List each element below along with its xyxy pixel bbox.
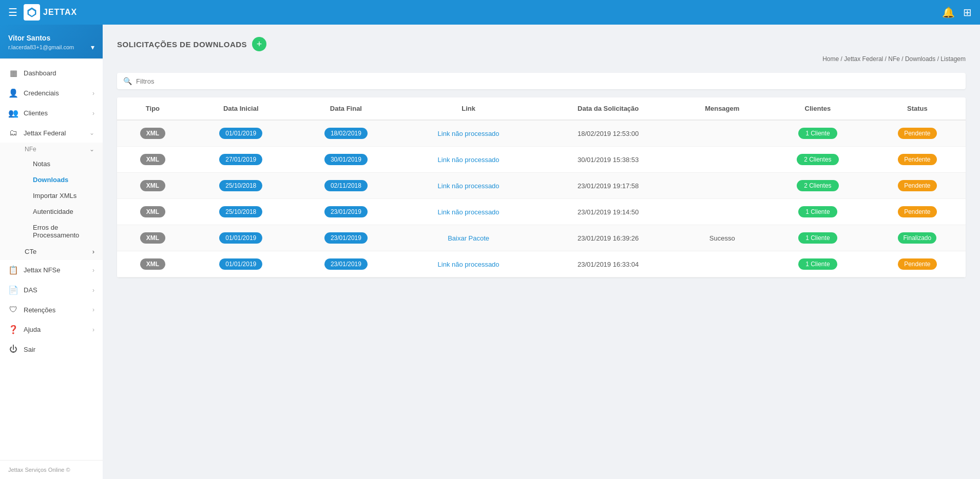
date-final-badge: 23/01/2019	[324, 206, 368, 217]
sidebar-item-label: Clientes	[24, 109, 48, 117]
clientes-badge: 1 Cliente	[798, 232, 837, 244]
status-badge: Pendente	[898, 258, 936, 270]
cell-tipo: XML	[117, 147, 188, 173]
sidebar-item-retencoes[interactable]: 🛡 Retenções ›	[0, 300, 103, 320]
sidebar-profile: Vitor Santos r.lacerda83+1@gmail.com ▾	[0, 25, 103, 59]
clientes-icon: 👥	[8, 108, 18, 118]
topbar-right: 🔔 ⊞	[942, 6, 972, 18]
ajuda-icon: ❓	[8, 325, 18, 334]
cell-data-final: 23/01/2019	[294, 225, 399, 251]
table-row: XML 01/01/2019 23/01/2019 Baixar Pacote …	[117, 225, 966, 251]
table-row: XML 25/10/2018 02/11/2018 Link não proce…	[117, 173, 966, 199]
nfse-icon: 📋	[8, 265, 18, 275]
sidebar-item-notas[interactable]: Notas	[0, 156, 103, 172]
sidebar-item-ajuda[interactable]: ❓ Ajuda ›	[0, 320, 103, 340]
cell-clientes: 1 Cliente	[766, 251, 869, 277]
profile-dropdown-icon[interactable]: ▾	[91, 43, 94, 51]
sidebar-item-label: Credenciais	[24, 89, 59, 97]
cell-data-solicitacao: 23/01/2019 19:17:58	[539, 173, 678, 199]
cell-clientes: 2 Clientes	[766, 147, 869, 173]
col-link: Link	[398, 97, 539, 120]
link-not-processed[interactable]: Link não processado	[438, 130, 499, 137]
date-final-badge: 23/01/2019	[324, 232, 368, 244]
cell-link: Link não processado	[398, 251, 539, 277]
cell-clientes: 1 Cliente	[766, 199, 869, 225]
cell-data-inicial: 01/01/2019	[188, 251, 294, 277]
cell-tipo: XML	[117, 173, 188, 199]
sidebar-item-cte[interactable]: CTe ›	[0, 243, 103, 260]
link-not-processed[interactable]: Link não processado	[438, 261, 499, 268]
cell-mensagem	[678, 251, 766, 277]
cell-link: Baixar Pacote	[398, 225, 539, 251]
cell-data-final: 30/01/2019	[294, 147, 399, 173]
logo-icon	[24, 4, 40, 21]
cell-data-solicitacao: 30/01/2019 15:38:53	[539, 147, 678, 173]
cell-clientes: 1 Cliente	[766, 225, 869, 251]
sidebar-item-credenciais[interactable]: 👤 Credenciais ›	[0, 83, 103, 103]
sidebar-item-dashboard[interactable]: ▦ Dashboard	[0, 63, 103, 83]
sidebar-item-label: DAS	[24, 286, 37, 294]
nfe-section[interactable]: NFe ⌄	[0, 143, 103, 156]
chevron-right-icon: ›	[92, 90, 94, 97]
sidebar-item-jettax-nfse[interactable]: 📋 Jettax NFSe ›	[0, 260, 103, 280]
page-header: SOLICITAÇÕES DE DOWNLOADS +	[117, 37, 966, 51]
breadcrumb: Home / Jettax Federal / NFe / Downloads …	[117, 55, 966, 63]
clientes-badge: 2 Clientes	[797, 154, 838, 165]
nav-sub-sub-nfe: Notas Downloads Importar XMLs Autenticid…	[0, 156, 103, 243]
sidebar-item-autenticidade[interactable]: Autenticidade	[0, 204, 103, 219]
cell-status: Pendente	[869, 251, 966, 277]
bell-icon[interactable]: 🔔	[942, 6, 955, 18]
link-not-processed[interactable]: Link não processado	[438, 156, 499, 164]
add-download-button[interactable]: +	[252, 37, 266, 51]
grid-icon[interactable]: ⊞	[963, 6, 972, 18]
chevron-right-icon: ›	[92, 326, 94, 333]
tipo-badge: XML	[140, 258, 165, 270]
jettax-federal-icon: 🗂	[8, 128, 18, 137]
sidebar-item-clientes[interactable]: 👥 Clientes ›	[0, 103, 103, 123]
tipo-badge: XML	[140, 232, 165, 244]
downloads-table-container: Tipo Data Inicial Data Final Link Data d…	[117, 97, 966, 277]
col-data-solicitacao: Data da Solicitação	[539, 97, 678, 120]
topbar: ☰ JETTAX 🔔 ⊞	[0, 0, 980, 25]
cell-data-inicial: 01/01/2019	[188, 225, 294, 251]
sidebar-item-label: Sair	[24, 346, 35, 353]
sidebar-item-label: Dashboard	[24, 69, 56, 77]
table-row: XML 01/01/2019 23/01/2019 Link não proce…	[117, 251, 966, 277]
link-not-processed[interactable]: Link não processado	[438, 182, 499, 190]
search-input[interactable]	[136, 77, 959, 85]
table-row: XML 27/01/2019 30/01/2019 Link não proce…	[117, 147, 966, 173]
sidebar-item-label: Ajuda	[24, 326, 41, 333]
sair-icon: ⏻	[8, 345, 18, 354]
link-not-processed[interactable]: Link não processado	[438, 208, 499, 216]
table-body: XML 01/01/2019 18/02/2019 Link não proce…	[117, 120, 966, 277]
sidebar-item-sair[interactable]: ⏻ Sair	[0, 340, 103, 359]
sidebar-item-erros-processamento[interactable]: Erros de Processamento	[0, 219, 103, 243]
status-badge: Finalizado	[898, 232, 936, 244]
clientes-badge: 1 Cliente	[798, 206, 837, 217]
status-badge: Pendente	[898, 206, 936, 217]
profile-email-row: r.lacerda83+1@gmail.com ▾	[8, 43, 94, 51]
cell-data-final: 23/01/2019	[294, 199, 399, 225]
sidebar: Vitor Santos r.lacerda83+1@gmail.com ▾ ▦…	[0, 25, 103, 479]
credenciais-icon: 👤	[8, 88, 18, 98]
nfe-chevron-icon: ⌄	[89, 146, 94, 153]
sidebar-item-downloads[interactable]: Downloads	[0, 172, 103, 188]
sidebar-item-jettax-federal[interactable]: 🗂 Jettax Federal ⌄	[0, 123, 103, 143]
col-data-inicial: Data Inicial	[188, 97, 294, 120]
sidebar-item-das[interactable]: 📄 DAS ›	[0, 280, 103, 300]
download-link[interactable]: Baixar Pacote	[448, 234, 489, 242]
col-mensagem: Mensagem	[678, 97, 766, 120]
cell-link: Link não processado	[398, 173, 539, 199]
chevron-right-icon: ›	[92, 306, 94, 313]
col-clientes: Clientes	[766, 97, 869, 120]
cell-data-inicial: 27/01/2019	[188, 147, 294, 173]
logo: JETTAX	[24, 4, 77, 21]
cell-tipo: XML	[117, 120, 188, 147]
sidebar-item-label: Retenções	[24, 306, 55, 314]
hamburger-icon[interactable]: ☰	[8, 6, 17, 18]
sidebar-item-importar-xmls[interactable]: Importar XMLs	[0, 188, 103, 204]
cell-status: Pendente	[869, 173, 966, 199]
date-inicial-badge: 01/01/2019	[219, 128, 262, 139]
cte-label: CTe	[25, 248, 36, 255]
clientes-badge: 2 Clientes	[797, 180, 838, 191]
